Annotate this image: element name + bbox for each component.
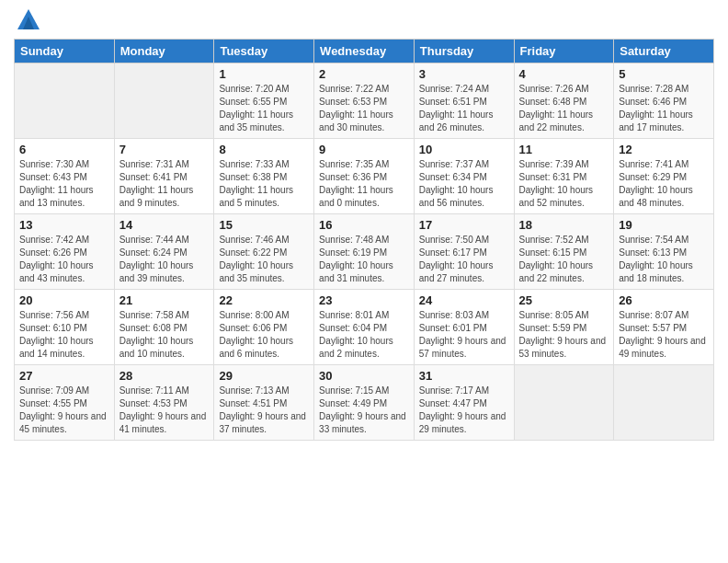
day-number: 5 [619, 67, 709, 81]
day-info: Sunrise: 7:31 AM Sunset: 6:41 PM Dayligh… [119, 158, 210, 210]
day-info: Sunrise: 7:54 AM Sunset: 6:13 PM Dayligh… [619, 234, 709, 285]
day-info: Sunrise: 7:30 AM Sunset: 6:43 PM Dayligh… [19, 158, 109, 210]
day-info: Sunrise: 7:35 AM Sunset: 6:36 PM Dayligh… [319, 158, 409, 210]
calendar-cell [614, 365, 714, 441]
day-number: 24 [419, 293, 509, 307]
calendar-cell: 29Sunrise: 7:13 AM Sunset: 4:51 PM Dayli… [214, 365, 314, 441]
day-info: Sunrise: 7:46 AM Sunset: 6:22 PM Dayligh… [219, 234, 309, 285]
day-number: 22 [219, 293, 309, 307]
calendar-cell [15, 63, 115, 139]
day-info: Sunrise: 7:24 AM Sunset: 6:51 PM Dayligh… [419, 83, 509, 134]
calendar-cell: 14Sunrise: 7:44 AM Sunset: 6:24 PM Dayli… [114, 214, 214, 290]
week-row-3: 13Sunrise: 7:42 AM Sunset: 6:26 PM Dayli… [15, 214, 714, 290]
day-number: 3 [419, 67, 509, 81]
weekday-header-tuesday: Tuesday [214, 40, 314, 63]
logo-icon [17, 9, 40, 29]
calendar-cell: 6Sunrise: 7:30 AM Sunset: 6:43 PM Daylig… [15, 139, 115, 214]
day-number: 23 [319, 293, 409, 307]
day-number: 7 [119, 143, 210, 156]
day-number: 12 [619, 143, 709, 156]
day-number: 8 [219, 143, 309, 156]
calendar-cell: 9Sunrise: 7:35 AM Sunset: 6:36 PM Daylig… [314, 139, 415, 214]
calendar-cell: 13Sunrise: 7:42 AM Sunset: 6:26 PM Dayli… [15, 214, 115, 290]
day-number: 9 [319, 143, 409, 156]
day-number: 18 [519, 218, 609, 232]
weekday-header-monday: Monday [114, 40, 214, 63]
calendar-cell: 26Sunrise: 8:07 AM Sunset: 5:57 PM Dayli… [614, 290, 714, 365]
day-info: Sunrise: 7:41 AM Sunset: 6:29 PM Dayligh… [619, 158, 709, 210]
day-info: Sunrise: 8:00 AM Sunset: 6:06 PM Dayligh… [219, 309, 309, 361]
calendar-cell: 21Sunrise: 7:58 AM Sunset: 6:08 PM Dayli… [114, 290, 214, 365]
day-number: 16 [319, 218, 409, 232]
calendar-cell: 23Sunrise: 8:01 AM Sunset: 6:04 PM Dayli… [314, 290, 415, 365]
calendar-cell: 5Sunrise: 7:28 AM Sunset: 6:46 PM Daylig… [614, 63, 714, 139]
day-info: Sunrise: 7:17 AM Sunset: 4:47 PM Dayligh… [419, 385, 509, 436]
main-container: SundayMondayTuesdayWednesdayThursdayFrid… [0, 0, 728, 445]
day-number: 25 [519, 293, 609, 307]
header [14, 9, 714, 31]
day-number: 26 [619, 293, 709, 307]
day-number: 2 [319, 67, 409, 81]
calendar-cell: 19Sunrise: 7:54 AM Sunset: 6:13 PM Dayli… [614, 214, 714, 290]
day-number: 4 [519, 67, 609, 81]
day-number: 21 [119, 293, 210, 307]
week-row-2: 6Sunrise: 7:30 AM Sunset: 6:43 PM Daylig… [15, 139, 714, 214]
day-info: Sunrise: 8:05 AM Sunset: 5:59 PM Dayligh… [519, 309, 609, 361]
calendar-cell: 18Sunrise: 7:52 AM Sunset: 6:15 PM Dayli… [514, 214, 614, 290]
calendar-cell: 22Sunrise: 8:00 AM Sunset: 6:06 PM Dayli… [214, 290, 314, 365]
week-row-4: 20Sunrise: 7:56 AM Sunset: 6:10 PM Dayli… [15, 290, 714, 365]
calendar-cell: 2Sunrise: 7:22 AM Sunset: 6:53 PM Daylig… [314, 63, 415, 139]
calendar-cell: 27Sunrise: 7:09 AM Sunset: 4:55 PM Dayli… [15, 365, 115, 441]
day-info: Sunrise: 8:03 AM Sunset: 6:01 PM Dayligh… [419, 309, 509, 361]
day-info: Sunrise: 7:56 AM Sunset: 6:10 PM Dayligh… [19, 309, 109, 361]
day-info: Sunrise: 7:13 AM Sunset: 4:51 PM Dayligh… [219, 385, 309, 436]
day-number: 10 [419, 143, 509, 156]
day-number: 15 [219, 218, 309, 232]
day-info: Sunrise: 7:44 AM Sunset: 6:24 PM Dayligh… [119, 234, 210, 285]
day-info: Sunrise: 7:42 AM Sunset: 6:26 PM Dayligh… [19, 234, 109, 285]
weekday-header-friday: Friday [514, 40, 614, 63]
calendar-cell: 25Sunrise: 8:05 AM Sunset: 5:59 PM Dayli… [514, 290, 614, 365]
calendar-cell: 7Sunrise: 7:31 AM Sunset: 6:41 PM Daylig… [114, 139, 214, 214]
calendar-cell [514, 365, 614, 441]
weekday-header-sunday: Sunday [15, 40, 115, 63]
day-number: 1 [219, 67, 309, 81]
calendar-cell: 20Sunrise: 7:56 AM Sunset: 6:10 PM Dayli… [15, 290, 115, 365]
day-info: Sunrise: 7:48 AM Sunset: 6:19 PM Dayligh… [319, 234, 409, 285]
weekday-header-row: SundayMondayTuesdayWednesdayThursdayFrid… [15, 40, 714, 63]
calendar-cell: 8Sunrise: 7:33 AM Sunset: 6:38 PM Daylig… [214, 139, 314, 214]
day-info: Sunrise: 7:33 AM Sunset: 6:38 PM Dayligh… [219, 158, 309, 210]
calendar-cell: 12Sunrise: 7:41 AM Sunset: 6:29 PM Dayli… [614, 139, 714, 214]
calendar-cell: 3Sunrise: 7:24 AM Sunset: 6:51 PM Daylig… [414, 63, 514, 139]
calendar-cell: 24Sunrise: 8:03 AM Sunset: 6:01 PM Dayli… [414, 290, 514, 365]
calendar-cell: 10Sunrise: 7:37 AM Sunset: 6:34 PM Dayli… [414, 139, 514, 214]
day-number: 19 [619, 218, 709, 232]
day-number: 28 [119, 369, 210, 383]
day-info: Sunrise: 7:39 AM Sunset: 6:31 PM Dayligh… [519, 158, 609, 210]
day-number: 30 [319, 369, 409, 383]
calendar-cell: 15Sunrise: 7:46 AM Sunset: 6:22 PM Dayli… [214, 214, 314, 290]
calendar-cell [114, 63, 214, 139]
day-number: 6 [19, 143, 109, 156]
day-number: 17 [419, 218, 509, 232]
calendar-cell: 30Sunrise: 7:15 AM Sunset: 4:49 PM Dayli… [314, 365, 415, 441]
day-info: Sunrise: 7:09 AM Sunset: 4:55 PM Dayligh… [19, 385, 109, 436]
day-number: 20 [19, 293, 109, 307]
day-number: 13 [19, 218, 109, 232]
calendar-cell: 17Sunrise: 7:50 AM Sunset: 6:17 PM Dayli… [414, 214, 514, 290]
day-info: Sunrise: 7:52 AM Sunset: 6:15 PM Dayligh… [519, 234, 609, 285]
day-info: Sunrise: 7:37 AM Sunset: 6:34 PM Dayligh… [419, 158, 509, 210]
weekday-header-wednesday: Wednesday [314, 40, 415, 63]
day-info: Sunrise: 7:15 AM Sunset: 4:49 PM Dayligh… [319, 385, 409, 436]
calendar-cell: 4Sunrise: 7:26 AM Sunset: 6:48 PM Daylig… [514, 63, 614, 139]
calendar-cell: 1Sunrise: 7:20 AM Sunset: 6:55 PM Daylig… [214, 63, 314, 139]
day-info: Sunrise: 8:01 AM Sunset: 6:04 PM Dayligh… [319, 309, 409, 361]
day-info: Sunrise: 7:50 AM Sunset: 6:17 PM Dayligh… [419, 234, 509, 285]
weekday-header-thursday: Thursday [414, 40, 514, 63]
week-row-1: 1Sunrise: 7:20 AM Sunset: 6:55 PM Daylig… [15, 63, 714, 139]
day-info: Sunrise: 7:20 AM Sunset: 6:55 PM Dayligh… [219, 83, 309, 134]
day-number: 14 [119, 218, 210, 232]
calendar-cell: 16Sunrise: 7:48 AM Sunset: 6:19 PM Dayli… [314, 214, 415, 290]
day-info: Sunrise: 7:26 AM Sunset: 6:48 PM Dayligh… [519, 83, 609, 134]
calendar-cell: 31Sunrise: 7:17 AM Sunset: 4:47 PM Dayli… [414, 365, 514, 441]
